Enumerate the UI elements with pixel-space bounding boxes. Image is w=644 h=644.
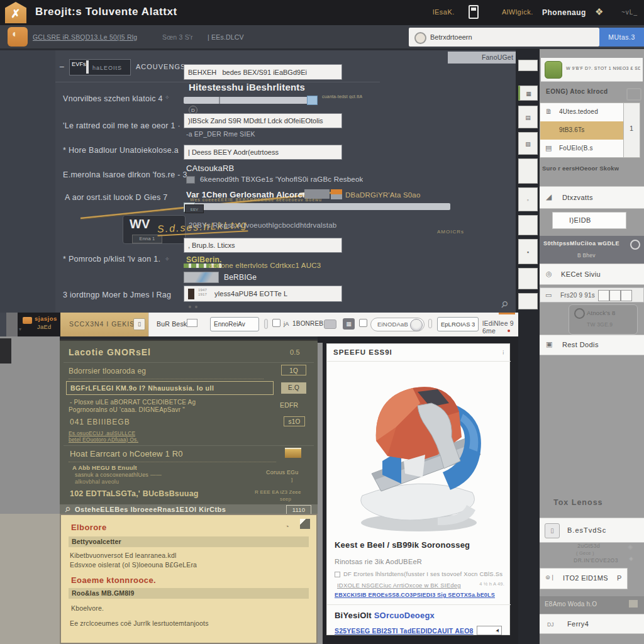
text-field-5[interactable]: 19471917 yless4aPUB4 EOTTe L [184,286,342,302]
folder-icon[interactable] [629,600,638,608]
crescent-icon: ◐ [12,28,18,40]
circle-icon[interactable] [630,240,640,250]
menu-item-2[interactable]: AlWlgick. [502,8,533,16]
tan-caption: acoone eltertvlots Cdrtkxc1 AUC3 [209,262,321,269]
menu-item-1[interactable]: lEsaK. [433,8,455,16]
sidebar-row-rest[interactable]: ▣ Rest Dodis [540,335,644,355]
thumbnail-preview[interactable] [184,272,219,283]
menu-item-selected[interactable]: 9tB3.6Ts [540,121,623,140]
card-link-1[interactable]: EBXCKISIB EROEsSS8.CO3PSIEDI3 Sig SEOTXS… [335,592,506,598]
mini-toolbar-segment[interactable]: ◦ [518,187,538,211]
sidebar-row-ferry[interactable]: DJ Ferry4 [540,614,644,634]
mini-toolbar-segment[interactable] [518,293,538,309]
title-bar: ✗ Breojit:s Toluvente Alattxt lEsaK. AlW… [0,0,644,25]
mini-toolbar-segment[interactable] [518,60,538,71]
back-button[interactable]: BuR Besk [157,320,187,328]
menu-item-files[interactable]: 🗎 4Utes.tedoed [540,103,623,121]
text-field-1[interactable] [184,64,342,80]
sidebar-row-frs[interactable]: ▭ Frs20 9 91s [540,287,644,303]
corner-fold-icon[interactable] [300,519,310,529]
slider-knob[interactable] [307,96,318,105]
list-row-boxed[interactable]: BGFrLFLEGI KM.9o I? Nhauuusksia. Io ull [66,381,274,395]
card-line-2: DF Erortes lhlsrtdtens(fusster I ses tso… [343,570,506,577]
text-field-2[interactable] [184,113,342,128]
list-row[interactable]: 041 EBIIIBEGB [70,418,130,426]
sidebar-row-target[interactable]: ◎ KECet Siviu [540,264,644,285]
list-row[interactable]: 102 EDTTaLSGTa,' BUcBsBsuuag [70,489,199,498]
active-tab[interactable]: SCCX3N4 I GEKIS ▯ [60,313,148,336]
card-checkbox[interactable] [335,572,340,577]
sidebar-row-drafts[interactable]: ◢ Dtxzvatts [540,186,644,209]
setting-label-5: A aor osrt.sit luook D Gies 7 [65,193,168,202]
card-link-2[interactable]: S25YESEG EBI2STI TadEEDIDCAUIT AEO8 [335,627,474,635]
note-bar-1[interactable]: Bettyvoalcetter [69,536,309,547]
note-bar-2[interactable]: Roo&las MB.GM8I9 [69,588,309,599]
folder-icon[interactable] [187,319,197,327]
text-field-4[interactable] [184,238,342,253]
slider-notch [219,97,220,104]
toggle-switch[interactable]: EiNODAaB [370,318,425,331]
grid-cell[interactable] [621,290,632,301]
sidebar-row-best[interactable]: ▯ B.esTvdSc [540,518,644,543]
primary-action-button[interactable]: MUtas.3 [599,28,644,47]
range-slider-1[interactable] [184,97,317,104]
left-dark-tab[interactable] [0,338,11,364]
grid-cell[interactable] [598,290,609,301]
properties-list-panel: Lacotie GNORsEl 0.5 Bdorrsier tlooaroda … [60,340,318,514]
toggle-knob[interactable] [410,319,423,331]
toolbar-input[interactable] [210,317,259,331]
range-slider-2[interactable] [184,203,450,210]
menu-item-folders[interactable]: ▤ FoUEIo(B.s [540,140,623,158]
sidebar-top-card[interactable]: W 9'B'F D?. STOT 1 N9EO3 £ SD [541,58,643,82]
checkbox-1[interactable] [186,176,195,184]
list-row-line[interactable]: A Abb HEGU B Enuult [72,464,137,471]
menu-item-3[interactable]: Phonenaug [542,8,586,17]
text-field-3[interactable] [184,145,342,160]
gray-button[interactable] [324,319,336,329]
grid-cell[interactable] [609,290,621,301]
grid-button[interactable]: ▦ [343,318,355,330]
pin-icon[interactable]: ⚲ [499,299,510,311]
minus-icon[interactable]: − [59,62,64,72]
list-row[interactable]: Bdorrsier tlooaroda eg [69,367,146,375]
panel-corner-tab[interactable]: FanoUGet [448,52,518,64]
overflow-menu[interactable]: ~vL_ [621,9,638,16]
sidebar-row-indent[interactable]: I)EIDB [552,212,626,229]
toolbar-gray-block [6,313,18,336]
mini-toolbar-segment[interactable] [518,215,538,235]
mini-toolbar-segment[interactable]: ▪ [518,239,538,264]
card-line-3: IDXOLE NSGECiuc ArrtiOxcoe w BK SIEdeg [337,582,461,589]
badge-icon [574,308,585,319]
mini-toolbar-segment[interactable] [518,158,538,184]
row-badge[interactable]: E.Q [281,382,306,394]
dropdown-side-column[interactable]: 1 [624,103,640,158]
row-badge[interactable]: s1O [284,416,305,426]
mini-toolbar-segment[interactable] [518,268,538,289]
slider-handle[interactable] [86,60,89,74]
sidebar-row-ito[interactable]: ⊚ | ITO2 ElD1MS P [540,568,628,589]
search-input[interactable] [429,28,592,47]
gold-stack-icon[interactable] [285,448,301,458]
tab-icon: ▯ [133,318,145,330]
clock-icon[interactable]: ◔ [285,523,289,530]
mini-toolbar-segment[interactable]: ▨ [518,132,538,155]
scrub-slider[interactable]: EVFs haLEOItS [69,59,131,75]
mini-toolbar-segment[interactable]: ▤ [518,106,538,128]
toolbar-field-2[interactable] [437,317,479,331]
toolbar-checkbox-2[interactable] [359,319,367,327]
mark-icon[interactable]: ❖ [595,6,604,18]
row-badge[interactable]: 1Q [281,365,306,375]
list-row[interactable]: Hoat Earrcart o hCoetew 1 R0 [70,449,183,458]
note-text: Kibetbvuonversot Ed leanranea.kdl [70,552,176,559]
breadcrumb[interactable]: GCLSRE iR.SBQD13.Le 50(I5 Rlg [33,33,137,41]
card-footer-link[interactable]: SOrcuoDeoegx [374,611,435,620]
crescent-app-icon[interactable]: ◐ [8,27,28,47]
list-row-line[interactable]: - Plosxe ulLE aBORRAT CCEIOIBETCE Ag [70,399,196,406]
list-row-line: Pogrnooralns oU 'caaa. DIGNEApSavr " [69,406,185,413]
slider2-chip[interactable]: EEV [185,204,204,213]
device-icon[interactable] [469,5,479,19]
toolbar-checkbox-1[interactable] [272,319,280,327]
sidebar-ghost-card[interactable]: Atnock's 8 TW 3GE.9 [569,304,638,335]
toolbar-brand-block[interactable]: sjasjos JaEd ▾ [18,313,60,336]
mini-toolbar-segment[interactable]: ▦ [518,86,538,101]
